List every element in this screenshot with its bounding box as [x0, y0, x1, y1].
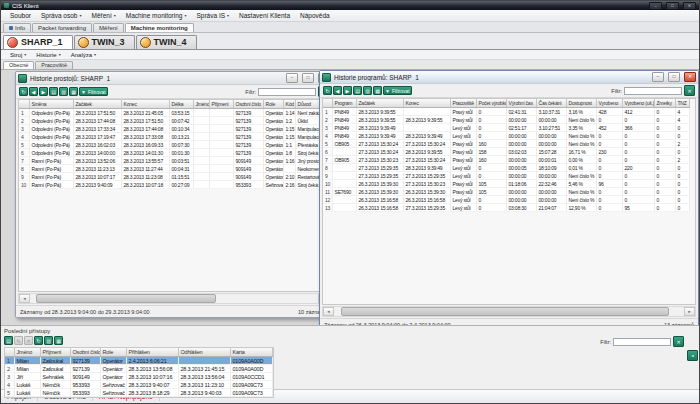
maximize-button[interactable]: □ [302, 73, 314, 83]
print-button[interactable]: ▦ [373, 86, 382, 95]
table-row[interactable]: 4LukášNěmčík953393Seřizovač28.3.2013 9:4… [5, 381, 272, 389]
menu-machine-monitoring[interactable]: Machine monitoring▾ [121, 11, 192, 20]
machine-tab-twin-3[interactable]: TWIN_3 [74, 35, 135, 49]
programs-window-titlebar[interactable]: Historie programů: SHARP_1 – □ ✕ [320, 71, 698, 84]
table-row[interactable]: 1226.3.2013 15:16:5826.3.2013 15:16:58Le… [323, 196, 689, 204]
column-header[interactable]: Jméno [14, 348, 40, 357]
menu-sprava-osob[interactable]: Správa osob▾ [36, 11, 87, 20]
next-period-button[interactable]: ▶ [343, 86, 352, 95]
prev-period-button[interactable]: ◀ [333, 86, 342, 95]
column-header[interactable]: Přihlášen [126, 348, 178, 357]
column-header[interactable]: Odhlášen [178, 348, 230, 357]
table-row[interactable]: 9Ranní (Po-Pá)28.3.2013 10:07:1728.3.201… [19, 173, 330, 181]
column-header[interactable]: Začátek [356, 99, 403, 108]
column-header[interactable]: Role [100, 348, 126, 357]
table-row[interactable]: 4Odpolední (Po-Pá)28.3.2013 17:19:4728.3… [19, 133, 330, 141]
refresh-button[interactable]: ↻ [323, 86, 332, 95]
clear-filter-button[interactable]: ✕ [673, 336, 684, 347]
column-header[interactable]: Vyrobeno [596, 99, 622, 108]
table-row[interactable]: 1PN84928.3.2013 9:39:55Pravý stůl002:41:… [323, 108, 689, 116]
machine-tab-sharp-1[interactable]: SHARP_1 [3, 35, 73, 49]
app-titlebar[interactable]: CIS Klient – □ ✕ [1, 1, 699, 10]
table-row[interactable]: 10Ranní (Po-Pá)28.3.2013 9:40:0928.3.201… [19, 181, 330, 189]
export-excel-button[interactable]: ▤ [49, 87, 58, 96]
column-header[interactable]: Konec [403, 99, 450, 108]
filter-input[interactable] [613, 338, 671, 346]
detail-button[interactable]: ▤ [4, 336, 13, 345]
scrollbar-track[interactable] [334, 307, 684, 316]
scrollbar-thumb[interactable] [36, 294, 217, 303]
table-row[interactable]: 6Odpolední (Po-Pá)28.3.2013 14:00:0028.3… [19, 149, 330, 157]
horizontal-scrollbar[interactable]: ◄ ► [18, 293, 330, 304]
column-header[interactable]: Příjmení [40, 348, 70, 357]
scroll-right-icon[interactable]: ► [684, 307, 695, 316]
table-row[interactable]: 3PN84928.3.2013 9:39:49Levý stůl002:51:1… [323, 124, 689, 132]
view-tab-obecne[interactable]: Obecné [3, 61, 34, 69]
column-header[interactable]: Osobní číslo [233, 100, 263, 109]
column-header[interactable]: Směna [29, 100, 73, 109]
filter-input[interactable] [624, 87, 682, 95]
export-excel-button[interactable]: ▥ [44, 336, 53, 345]
prev-period-button[interactable]: ◀ [29, 87, 38, 96]
delete-button[interactable]: ✕ [24, 336, 33, 345]
table-row[interactable]: 7OB90527.3.2013 15:30:2327.3.2013 15:30:… [323, 156, 689, 164]
edit-button[interactable]: ✎ [14, 336, 23, 345]
filter-button[interactable]: ▼Filtrovat [79, 87, 108, 96]
table-row[interactable]: 5LukášNěmčík953393Seřizovač28.3.2013 8:1… [5, 389, 272, 397]
table-row[interactable]: 1MilanZatloukal927139Operátor2.4.2013 6:… [5, 357, 272, 365]
column-header[interactable]: Zmetky [654, 99, 675, 108]
menu-mereni[interactable]: Měření▾ [86, 11, 120, 20]
refresh-button[interactable]: ↻ [34, 336, 43, 345]
downtime-window-titlebar[interactable]: Historie prostojů: SHARP_1 – □ ✕ [16, 72, 332, 85]
view-tab-pracoviste[interactable]: Pracoviště [35, 61, 73, 69]
column-header[interactable] [5, 348, 14, 357]
table-row[interactable]: 1026.3.2013 15:39:3027.3.2013 15:30:23Pr… [323, 180, 689, 188]
table-row[interactable]: 827.3.2013 15:29:3528.3.2013 9:39:49Levý… [323, 164, 689, 172]
column-header[interactable]: Karta [230, 348, 272, 357]
export-excel-button[interactable]: ▤ [353, 86, 362, 95]
export-pdf-button[interactable]: ▥ [363, 86, 372, 95]
table-row[interactable]: 3Odpolední (Po-Pá)28.3.2013 17:33:3428.3… [19, 125, 330, 133]
table-row[interactable]: 1Odpolední (Po-Pá)28.3.2013 17:51:5028.3… [19, 109, 330, 117]
column-header[interactable]: Jméno [193, 100, 209, 109]
maximize-button[interactable]: □ [668, 72, 680, 82]
menu-soubor[interactable]: Soubor [5, 11, 36, 20]
column-header[interactable]: Dostupnost [566, 99, 596, 108]
column-header[interactable]: Pracoviště [450, 99, 476, 108]
scrollbar-thumb[interactable] [341, 307, 669, 316]
table-row[interactable]: 7Ranní (Po-Pá)28.3.2013 13:52:0628.3.201… [19, 157, 330, 165]
column-header[interactable] [323, 99, 332, 108]
export-pdf-button[interactable]: ▥ [59, 87, 68, 96]
column-header[interactable]: Čas čekání [536, 99, 566, 108]
scrollbar-track[interactable] [30, 294, 318, 303]
side-panel-toggle-button[interactable]: ◂ [687, 350, 698, 361]
tab-packet-forwarding[interactable]: Packet forwarding [32, 23, 92, 32]
table-row[interactable]: 3JiříSehnálek909149Operátor28.3.2013 10:… [5, 373, 272, 381]
close-button[interactable]: ✕ [684, 72, 696, 82]
column-header[interactable]: Kód [283, 100, 295, 109]
table-row[interactable]: 627.3.2013 15:30:2428.3.2013 9:39:55Prav… [323, 148, 689, 156]
column-header[interactable]: TNZ [675, 99, 689, 108]
print-button[interactable]: ▦ [69, 87, 78, 96]
menu-napoveda[interactable]: Nápověda [295, 11, 335, 20]
menu-sprava-is[interactable]: Správa IS▾ [191, 11, 234, 20]
table-row[interactable]: 1326.3.2013 15:16:5827.3.2013 15:29:35Le… [323, 204, 689, 212]
submenu-analyza[interactable]: Analýza▾ [66, 51, 101, 59]
table-row[interactable]: 927.3.2013 15:29:3527.3.2013 15:29:35Lev… [323, 172, 689, 180]
filter-button[interactable]: ▼Filtrovat [383, 86, 412, 95]
column-header[interactable]: Příjmení [209, 100, 233, 109]
column-header[interactable]: Začátek [73, 100, 121, 109]
minimize-button[interactable]: – [286, 73, 298, 83]
clear-filter-button[interactable]: ✕ [684, 85, 695, 96]
scroll-left-icon[interactable]: ◄ [323, 307, 334, 316]
column-header[interactable]: Osobní číslo [70, 348, 100, 357]
horizontal-scrollbar[interactable]: ◄ ► [322, 306, 696, 317]
scroll-left-icon[interactable]: ◄ [19, 294, 30, 303]
next-period-button[interactable]: ▶ [39, 87, 48, 96]
minimize-button[interactable]: – [649, 2, 662, 10]
tab-mereni[interactable]: Měření [93, 23, 124, 32]
table-row[interactable]: 5OB90527.3.2013 15:30:2427.3.2013 15:30:… [323, 140, 689, 148]
menu-nastaveni-klienta[interactable]: Nastavení Klienta [234, 11, 295, 20]
table-row[interactable]: 5Odpolední (Po-Pá)28.3.2013 16:02:0328.3… [19, 141, 330, 149]
table-row[interactable]: 4PN84928.3.2013 9:39:4928.3.2013 9:39:49… [323, 132, 689, 140]
